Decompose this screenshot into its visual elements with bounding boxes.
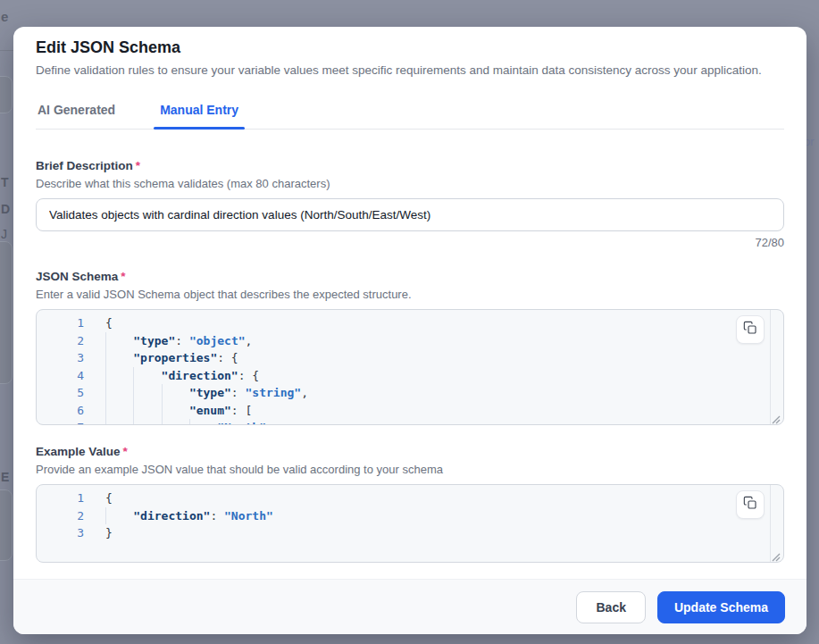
code-text: "enum": [ (105, 402, 252, 420)
code-line: 3} (37, 524, 783, 542)
indent-guide (189, 419, 217, 425)
line-number: 2 (37, 332, 84, 350)
line-number: 1 (37, 314, 84, 332)
code-text: } (105, 524, 113, 542)
indent-guide (105, 367, 133, 385)
line-number: 7 (37, 419, 84, 425)
scrollbar-gutter (770, 310, 771, 424)
json-schema-editor[interactable]: 1{2"type": "object",3"properties": {4"di… (36, 309, 784, 425)
tab-bar: AI Generated Manual Entry (36, 103, 784, 130)
copy-button[interactable] (736, 490, 765, 519)
brief-description-input[interactable] (36, 198, 784, 231)
brief-description-helper: Describe what this schema validates (max… (36, 176, 784, 191)
code-line: 3"properties": { (37, 349, 783, 367)
json-schema-label: JSON Schema* (36, 269, 784, 284)
copy-button[interactable] (736, 315, 765, 344)
code-line: 1{ (37, 314, 783, 332)
code-pane: 1{2"type": "object",3"properties": {4"di… (37, 310, 783, 425)
background-input-fragment (0, 76, 13, 113)
label-text: Example Value (36, 445, 121, 458)
code-text: "North", (105, 419, 273, 425)
line-number: 5 (37, 384, 84, 402)
code-text: "type": "object", (105, 332, 252, 350)
char-counter: 72/80 (36, 236, 784, 250)
background-text-fragment: e (1, 9, 8, 24)
indent-guide (133, 419, 161, 425)
tab-manual-entry[interactable]: Manual Entry (158, 103, 240, 129)
background-editor-fragment (0, 489, 13, 561)
line-number: 3 (37, 349, 84, 367)
line-number: 3 (37, 524, 84, 542)
back-button[interactable]: Back (576, 591, 645, 623)
indent-guide (105, 384, 133, 402)
label-text: Brief Description (36, 159, 133, 172)
indent-guide (133, 367, 161, 385)
indent-guide (133, 402, 161, 420)
resize-handle[interactable] (771, 549, 781, 559)
indent-guide (105, 349, 133, 367)
copy-icon (743, 496, 757, 514)
code-line: 2"type": "object", (37, 332, 783, 350)
code-line: 1{ (37, 489, 783, 507)
indent-guide (133, 384, 161, 402)
indent-guide (162, 402, 189, 420)
example-value-helper: Provide an example JSON value that shoul… (36, 462, 784, 477)
line-number: 6 (37, 402, 84, 420)
modal-footer: Back Update Schema (13, 579, 806, 634)
background-text-fragment: D (1, 202, 10, 216)
modal-subtitle: Define validation rules to ensure your v… (36, 63, 784, 78)
indent-guide (105, 402, 133, 420)
brief-description-group: Brief Description* Describe what this sc… (36, 158, 784, 250)
required-asterisk: * (123, 445, 128, 458)
example-value-label: Example Value* (36, 444, 784, 459)
background-editor-fragment (0, 241, 13, 384)
example-value-group: Example Value* Provide an example JSON v… (36, 444, 784, 563)
modal-content: Edit JSON Schema Define validation rules… (13, 27, 806, 579)
code-text: "type": "string", (105, 384, 308, 402)
background-text-fragment: J (1, 227, 7, 241)
indent-guide (162, 419, 189, 425)
required-asterisk: * (121, 270, 125, 283)
code-pane: 1{2"direction": "North"3} (37, 485, 783, 542)
indent-guide (105, 419, 133, 425)
background-text-fragment: E (1, 470, 9, 484)
resize-handle[interactable] (771, 412, 781, 422)
indent-guide (162, 384, 189, 402)
code-line: 5"type": "string", (37, 384, 783, 402)
background-divider (0, 50, 13, 51)
line-number: 1 (37, 489, 84, 507)
indent-guide (105, 332, 133, 350)
tab-ai-generated[interactable]: AI Generated (36, 103, 117, 129)
line-number: 4 (37, 367, 84, 385)
indent-guide (105, 507, 133, 525)
code-text: "properties": { (105, 349, 238, 367)
brief-description-label: Brief Description* (36, 158, 784, 173)
modal-title: Edit JSON Schema (36, 38, 784, 57)
resize-grip-icon (771, 549, 781, 563)
edit-json-schema-modal: Edit JSON Schema Define validation rules… (13, 27, 806, 634)
screen: e T D J E or Edit JSON Schema Define val… (0, 0, 819, 644)
code-line: 4"direction": { (37, 367, 783, 385)
code-text: "direction": { (105, 367, 259, 385)
code-line: 6"enum": [ (37, 402, 783, 420)
copy-icon (743, 321, 757, 339)
background-text-fragment: T (1, 175, 9, 189)
code-line: 2"direction": "North" (37, 507, 783, 525)
code-text: { (105, 489, 113, 507)
json-schema-helper: Enter a valid JSON Schema object that de… (36, 287, 784, 302)
resize-grip-icon (771, 412, 781, 425)
code-line: 7"North", (37, 419, 783, 425)
line-number: 2 (37, 507, 84, 525)
code-text: "direction": "North" (105, 507, 273, 525)
json-schema-group: JSON Schema* Enter a valid JSON Schema o… (36, 269, 784, 425)
label-text: JSON Schema (36, 270, 118, 283)
update-schema-button[interactable]: Update Schema (657, 591, 785, 623)
required-asterisk: * (136, 159, 140, 172)
code-text: { (105, 314, 113, 332)
example-value-editor[interactable]: 1{2"direction": "North"3} (36, 484, 784, 563)
